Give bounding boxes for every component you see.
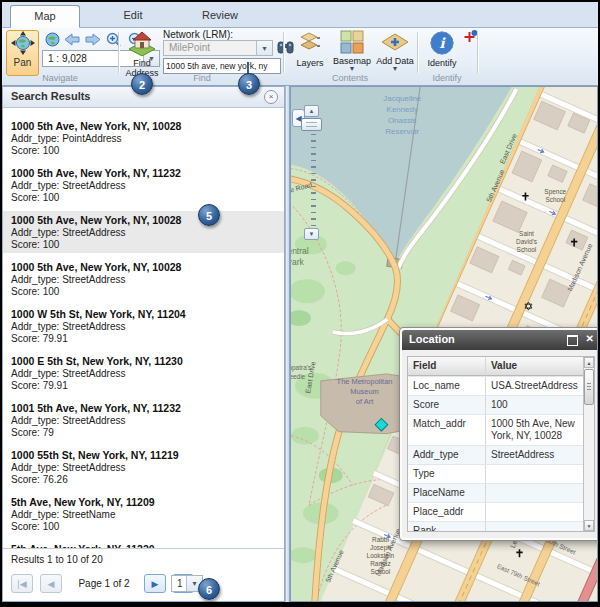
group-divider — [118, 32, 119, 73]
basemap-icon — [340, 46, 364, 56]
group-divider — [477, 32, 478, 73]
result-addr-type: Addr_type: StreetAddress — [11, 415, 276, 427]
address-search-input[interactable]: 1000 5th ave, new york, ny — [163, 58, 281, 74]
page-label: Page 1 of 2 — [67, 578, 141, 589]
result-item[interactable]: 1000 5th Ave, New York, NY, 11232 Addr_t… — [3, 164, 284, 206]
svg-text:Saint: Saint — [519, 230, 534, 237]
find-address-house-icon — [128, 48, 156, 58]
basemap-caret-icon[interactable]: ▾ — [331, 66, 373, 72]
results-footer: Results 1 to 10 of 20 |◀ ◀ Page 1 of 2 ▶… — [3, 548, 284, 601]
tab-map[interactable]: Map — [10, 5, 80, 28]
location-popup-titlebar[interactable]: Location ✕ — [402, 330, 598, 350]
pan-globe-icon — [11, 41, 35, 58]
result-address: 1000 55th St, New York, NY, 11219 — [11, 449, 276, 462]
result-address: 1001 5th Ave, New York, NY, 11232 — [11, 402, 276, 415]
svg-text:The Metropolitan: The Metropolitan — [337, 377, 393, 386]
identify-button[interactable]: i Identify — [423, 30, 461, 68]
svg-text:Kennedy: Kennedy — [387, 105, 418, 114]
next-page-button[interactable]: ▶ — [144, 574, 166, 593]
full-extent-globe-icon[interactable] — [43, 32, 61, 48]
scroll-thumb[interactable] — [584, 369, 594, 405]
pan-button[interactable]: Pan — [6, 30, 39, 76]
result-addr-type: Addr_type: StreetName — [11, 509, 276, 521]
result-item[interactable]: 1000 55th St, New York, NY, 11219 Addr_t… — [3, 446, 284, 488]
result-score: Score: 76.26 — [11, 474, 276, 486]
result-address: 1000 5th Ave, New York, NY, 10028 — [11, 214, 276, 227]
result-item[interactable]: 1000 E 5th St, New York, NY, 11230 Addr_… — [3, 352, 284, 394]
address-search-value: 1000 5th ave, new york, ny — [166, 61, 268, 71]
identify-label: Identify — [423, 58, 461, 68]
group-divider — [417, 32, 418, 73]
zoom-slider-plus-button[interactable]: ▲ — [304, 105, 319, 117]
tab-review[interactable]: Review — [182, 5, 258, 26]
previous-page-button[interactable]: ◀ — [40, 574, 62, 593]
result-score: Score: 100 — [11, 521, 276, 533]
layers-button[interactable]: Layers — [291, 30, 329, 68]
add-data-icon — [381, 46, 409, 56]
result-item[interactable]: 5th Ave, New York, NY, 11209 Addr_type: … — [3, 493, 284, 535]
close-icon[interactable]: × — [264, 90, 278, 104]
result-address: 1000 5th Ave, New York, NY, 10028 — [11, 261, 276, 274]
next-extent-arrow-icon[interactable] — [83, 32, 101, 48]
basemap-button[interactable]: Basemap ▾ — [331, 30, 373, 72]
result-addr-type: Addr_type: StreetAddress — [11, 274, 276, 286]
svg-text:of Art: of Art — [356, 397, 374, 406]
find-address-label-1: Find — [121, 58, 163, 68]
zoom-slider-minus-button[interactable]: ▼ — [304, 228, 319, 240]
search-results-panel: Search Results × 1000 5th Ave, New York,… — [2, 86, 285, 602]
ribbon-body: Pan 1 : 9,028 ▾ — [2, 28, 598, 86]
attribute-row: Score100 — [408, 396, 583, 415]
result-score: Score: 79.91 — [11, 333, 276, 345]
svg-text:School: School — [545, 196, 565, 203]
layers-label: Layers — [291, 58, 329, 68]
add-data-button[interactable]: Add Data ▾ — [373, 30, 417, 72]
group-label-identify: Identify — [417, 73, 477, 83]
field-column-header: Field — [408, 357, 486, 376]
close-icon[interactable]: ✕ — [586, 333, 594, 344]
result-addr-type: Addr_type: PointAddress — [11, 133, 276, 145]
pan-label: Pan — [7, 57, 38, 68]
svg-text:Joseph: Joseph — [370, 544, 391, 552]
scroll-up-icon[interactable]: ▲ — [584, 357, 594, 368]
result-item-selected[interactable]: 1000 5th Ave, New York, NY, 10028 Addr_t… — [3, 211, 284, 253]
callout-badge-5: 5 — [198, 204, 220, 226]
result-address: 1000 W 5th St, New York, NY, 11204 — [11, 308, 276, 321]
attribute-row: Loc_nameUSA.StreetAddress — [408, 377, 583, 396]
location-popup-title: Location — [409, 333, 455, 345]
result-item[interactable]: 1001 5th Ave, New York, NY, 11232 Addr_t… — [3, 399, 284, 441]
svg-text:Ramaz: Ramaz — [370, 560, 390, 567]
previous-extent-arrow-icon[interactable] — [63, 32, 81, 48]
svg-text:School: School — [517, 246, 537, 253]
svg-text:Central: Central — [291, 246, 309, 256]
result-score: Score: 79.91 — [11, 380, 276, 392]
network-caret-icon[interactable]: ▾ — [256, 41, 272, 55]
app-window: Map Edit Review Pan — [0, 0, 600, 607]
zoom-slider-handle[interactable] — [301, 118, 322, 131]
popup-scrollbar[interactable]: ▲ ▼ — [583, 357, 594, 531]
attribute-row: Addr_typeStreetAddress — [408, 446, 583, 465]
tab-edit[interactable]: Edit — [98, 5, 168, 26]
group-label-contents: Contents — [283, 73, 417, 83]
group-divider — [283, 32, 284, 73]
attribute-row: PlaceName — [408, 484, 583, 503]
svg-text:Park: Park — [291, 257, 304, 267]
svg-text:Spence: Spence — [544, 188, 566, 196]
result-score: Score: 100 — [11, 192, 276, 204]
result-item[interactable]: 1000 5th Ave, New York, NY, 10028 Addr_t… — [3, 258, 284, 300]
ribbon-tab-bar: Map Edit Review — [2, 2, 598, 28]
result-item[interactable]: 1000 5th Ave, New York, NY, 10028 Addr_t… — [3, 117, 284, 159]
map-viewport[interactable]: Jacqueline Kennedy Onassis Reservoir Cen… — [290, 86, 598, 602]
svg-text:Needle: Needle — [291, 373, 306, 380]
result-address: 1000 E 5th St, New York, NY, 11230 — [11, 355, 276, 368]
scroll-down-icon[interactable]: ▼ — [584, 520, 594, 531]
callout-badge-3: 3 — [238, 73, 260, 95]
add-data-caret-icon[interactable]: ▾ — [373, 66, 417, 72]
maximize-icon[interactable] — [567, 335, 578, 346]
network-combobox[interactable]: MilePoint ▾ — [163, 40, 273, 56]
identify-icon: i — [429, 48, 455, 58]
zoom-slider-track[interactable] — [311, 134, 316, 226]
ribbon: Map Edit Review Pan — [2, 2, 598, 86]
attribute-row: Match_addr1000 5th Ave, New York, NY, 10… — [408, 415, 583, 446]
first-page-button[interactable]: |◀ — [11, 574, 33, 593]
result-item[interactable]: 1000 W 5th St, New York, NY, 11204 Addr_… — [3, 305, 284, 347]
